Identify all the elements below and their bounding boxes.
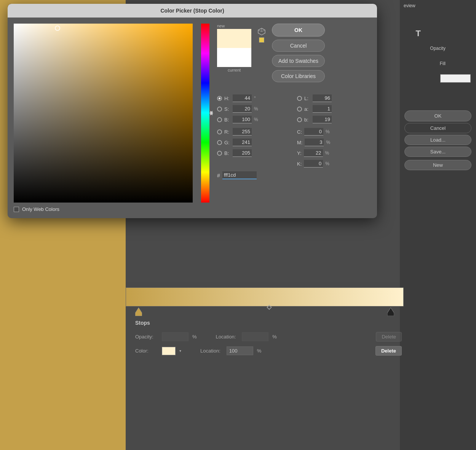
opacity-unit: %: [192, 334, 197, 340]
location-input-1[interactable]: [242, 332, 268, 341]
saturation-input[interactable]: [233, 105, 252, 113]
color-libraries-button[interactable]: Color Libraries: [272, 70, 325, 82]
hex-input[interactable]: [222, 171, 257, 179]
cancel-button[interactable]: Cancel: [272, 40, 325, 52]
red-radio[interactable]: [217, 129, 222, 134]
sidebar-load-button[interactable]: Load...: [404, 135, 471, 145]
green-radio[interactable]: [217, 140, 222, 145]
yellow-row: Y: %: [297, 149, 371, 157]
color-preview: new current: [217, 24, 251, 88]
left-color-values: H: ° S: % B:: [217, 94, 291, 168]
hue-input[interactable]: [233, 94, 252, 102]
current-color-swatch[interactable]: [217, 48, 251, 67]
location-label-1: Location:: [216, 334, 236, 340]
new-color-swatch[interactable]: [217, 29, 251, 48]
ok-button[interactable]: OK: [272, 24, 325, 37]
color-picker-dialog: Color Picker (Stop Color) Only Web Color…: [8, 4, 377, 218]
small-color-swatch: [259, 37, 264, 43]
color-canvas[interactable]: [14, 24, 193, 203]
delete-color-button[interactable]: Delete: [375, 346, 402, 356]
hue-label: H:: [224, 96, 230, 101]
spectrum-arrow-left: [210, 111, 213, 115]
only-web-colors-checkbox[interactable]: [14, 207, 19, 212]
gradient-bar-container: [126, 287, 404, 306]
color-swatch[interactable]: [162, 347, 176, 355]
stops-title: Stops: [135, 320, 402, 326]
opacity-label: Opacity: [430, 46, 446, 51]
brightness-label: B:: [224, 117, 230, 123]
sidebar-new-button[interactable]: New: [404, 160, 471, 170]
brightness-row: B: %: [217, 116, 291, 123]
color-values-grid: H: ° S: % B:: [217, 94, 371, 168]
stop-marker-left[interactable]: [135, 308, 142, 316]
stops-color-row: Color: ▾ Location: % Delete: [135, 346, 402, 356]
stops-section: Stops Opacity: % Location: % Delete Colo…: [135, 320, 402, 360]
b-input[interactable]: [313, 116, 332, 123]
svg-line-5: [258, 30, 262, 32]
new-label: new: [217, 24, 251, 28]
add-to-swatches-button[interactable]: Add to Swatches: [272, 55, 325, 67]
delete-opacity-button[interactable]: Delete: [376, 332, 402, 341]
a-input[interactable]: [313, 105, 332, 113]
green-row: G:: [217, 139, 291, 146]
L-radio[interactable]: [297, 96, 302, 101]
right-color-values: L: a: b:: [297, 94, 371, 168]
black-input[interactable]: [304, 160, 323, 168]
spectrum-slider[interactable]: [201, 24, 211, 203]
svg-marker-0: [135, 308, 142, 316]
opacity-input[interactable]: [162, 332, 188, 341]
saturation-unit: %: [254, 106, 259, 112]
L-label: L:: [304, 96, 310, 101]
b-label: b:: [304, 117, 310, 123]
brightness-radio[interactable]: [217, 117, 222, 122]
blue-label: B:: [224, 150, 230, 156]
chevron-down-icon[interactable]: ▾: [179, 349, 181, 353]
blue-input[interactable]: [233, 149, 252, 157]
stop-marker-right[interactable]: [387, 308, 394, 316]
sidebar-save-button[interactable]: Save...: [404, 147, 471, 157]
svg-marker-2: [387, 308, 394, 316]
red-input[interactable]: [233, 128, 252, 136]
dialog-title: Color Picker (Stop Color): [8, 4, 377, 18]
cyan-input[interactable]: [304, 128, 323, 136]
hue-row: H: °: [217, 94, 291, 102]
magenta-input[interactable]: [305, 139, 324, 146]
sidebar-cancel-button[interactable]: Cancel: [404, 123, 471, 133]
only-web-colors-row: Only Web Colors: [14, 206, 193, 212]
a-radio[interactable]: [297, 107, 302, 112]
opacity-label: Opacity:: [135, 334, 158, 340]
red-row: R:: [217, 128, 291, 136]
fill-value-box: [440, 74, 471, 83]
stops-opacity-row: Opacity: % Location: % Delete: [135, 332, 402, 341]
location-unit-2: %: [257, 348, 262, 354]
location-unit-1: %: [272, 334, 277, 340]
a-row: a:: [297, 105, 371, 113]
cube-icon: [257, 27, 266, 36]
text-tool-icon: T: [416, 29, 421, 38]
svg-line-6: [262, 30, 265, 32]
green-label: G:: [224, 140, 230, 145]
green-input[interactable]: [233, 139, 252, 146]
location-label-2: Location:: [200, 348, 220, 354]
gradient-bar[interactable]: [126, 287, 404, 306]
saturation-label: S:: [224, 106, 230, 112]
canvas-gradient: [14, 24, 193, 203]
black-unit: %: [325, 161, 331, 166]
cyan-row: C: %: [297, 128, 371, 136]
cyan-unit: %: [326, 129, 331, 134]
location-input-2[interactable]: [227, 346, 253, 355]
brightness-input[interactable]: [233, 116, 252, 123]
diamond-marker: [267, 305, 272, 311]
yellow-input[interactable]: [304, 149, 323, 157]
saturation-row: S: %: [217, 105, 291, 113]
L-input[interactable]: [313, 94, 332, 102]
hue-radio[interactable]: [217, 96, 222, 101]
sidebar-ok-button[interactable]: OK: [404, 110, 471, 121]
color-label: Color:: [135, 348, 158, 354]
right-controls: new current OK: [217, 24, 371, 212]
canvas-cursor: [55, 26, 60, 31]
b-radio[interactable]: [297, 117, 302, 122]
blue-radio[interactable]: [217, 151, 222, 156]
yellow-label: Y:: [297, 150, 302, 156]
saturation-radio[interactable]: [217, 107, 222, 112]
